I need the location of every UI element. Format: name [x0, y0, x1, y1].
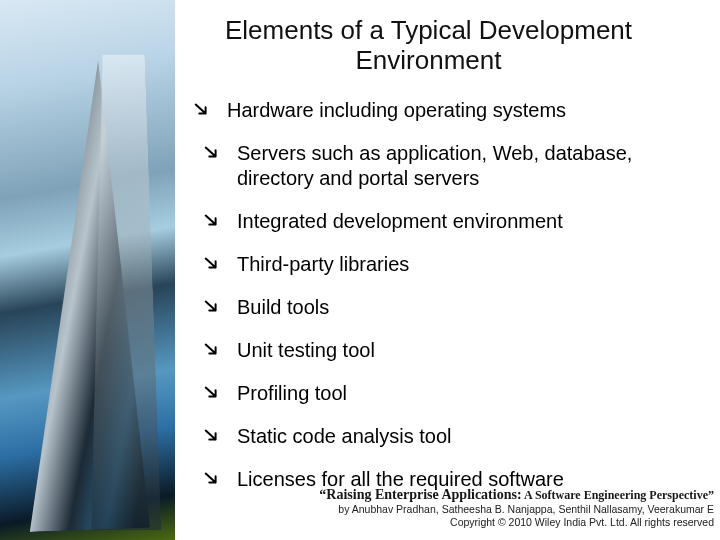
- footer-book-title: “Raising Enterprise Applications:: [319, 487, 521, 502]
- footer-copyright: Copyright © 2010 Wiley India Pvt. Ltd. A…: [0, 516, 714, 530]
- list-item-text: Hardware including operating systems: [227, 99, 566, 121]
- footer-book-subtitle: A Software Engineering Perspective”: [522, 488, 714, 502]
- arrow-bullet-icon: [193, 101, 211, 119]
- list-item-text: Servers such as application, Web, databa…: [237, 142, 632, 189]
- arrow-bullet-icon: [203, 144, 221, 162]
- list-item: Profiling tool: [193, 381, 702, 406]
- arrow-bullet-icon: [203, 427, 221, 445]
- slide-content: Elements of a Typical Development Enviro…: [0, 0, 720, 540]
- list-item: Hardware including operating systems: [193, 98, 702, 123]
- arrow-bullet-icon: [203, 341, 221, 359]
- bullet-list: Hardware including operating systemsServ…: [193, 98, 702, 492]
- slide-title: Elements of a Typical Development Enviro…: [155, 16, 702, 76]
- footer-authors: by Anubhav Pradhan, Satheesha B. Nanjapp…: [0, 503, 714, 517]
- arrow-bullet-icon: [203, 255, 221, 273]
- list-item: Static code analysis tool: [193, 424, 702, 449]
- list-item: Unit testing tool: [193, 338, 702, 363]
- list-item-text: Unit testing tool: [237, 339, 375, 361]
- list-item-text: Build tools: [237, 296, 329, 318]
- slide-footer: “Raising Enterprise Applications: A Soft…: [0, 485, 714, 530]
- list-item: Build tools: [193, 295, 702, 320]
- list-item: Servers such as application, Web, databa…: [193, 141, 702, 191]
- arrow-bullet-icon: [203, 212, 221, 230]
- list-item-text: Third-party libraries: [237, 253, 409, 275]
- arrow-bullet-icon: [203, 384, 221, 402]
- list-item: Integrated development environment: [193, 209, 702, 234]
- list-item: Third-party libraries: [193, 252, 702, 277]
- list-item-text: Integrated development environment: [237, 210, 563, 232]
- list-item-text: Profiling tool: [237, 382, 347, 404]
- list-item-text: Static code analysis tool: [237, 425, 452, 447]
- arrow-bullet-icon: [203, 298, 221, 316]
